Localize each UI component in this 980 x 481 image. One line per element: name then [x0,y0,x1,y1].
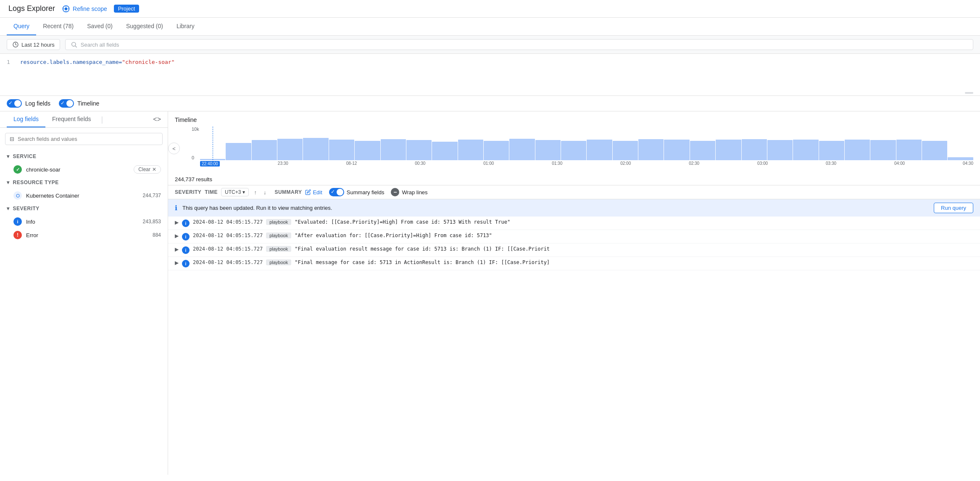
tab-recent[interactable]: Recent (78) [36,18,80,35]
search-fields-box[interactable]: ⊟ [5,133,163,145]
log-fields-toggle[interactable]: ✓ Log fields [7,99,50,108]
tab-query[interactable]: Query [7,18,36,35]
bar-22 [767,140,793,160]
chart-y-min-label: 0 [192,155,194,160]
query-editor[interactable]: 1 resource.labels.namespace_name="chroni… [0,54,980,96]
summary-fields-toggle[interactable]: ✓ Summary fields [329,188,385,196]
bar-11 [484,141,509,160]
field-count-info: 243,853 [143,219,161,225]
error-icon: ! [13,231,22,239]
chart-y-max-label: 10k [192,127,199,132]
filter-icon: ⊟ [10,136,14,142]
timeline-toggle[interactable]: ✓ Timeline [59,99,99,108]
wrap-lines-toggle[interactable]: − Wrap lines [391,188,427,196]
log-row: ▶ i 2024-08-12 04:05:15.727 playbook "Fi… [168,257,980,270]
field-name-chronicle-soar: chronicle-soar [26,166,130,173]
timeline-switch[interactable]: ✓ [59,99,74,108]
utc-selector[interactable]: UTC+3 ▾ [221,188,249,196]
edit-button[interactable]: Edit [305,189,322,196]
bar-19 [690,141,715,160]
severity-header: SEVERITY [175,189,201,195]
clock-icon [12,41,19,48]
search-fields-input[interactable] [18,136,158,142]
chart-bars [200,132,973,160]
search-icon [71,41,77,48]
chart-back-button[interactable]: < [168,143,180,154]
expand-collapse-icon[interactable]: <> [153,116,161,123]
utc-label: UTC+3 [225,189,241,195]
section-resource-type[interactable]: ▾ RESOURCE TYPE [0,176,168,189]
field-item-info[interactable]: i Info 243,853 [0,215,168,228]
x-label-4: 01:00 [483,161,494,166]
section-resource-type-label: RESOURCE TYPE [13,180,59,185]
x-label-6: 02:00 [620,161,631,166]
x-label-5: 01:30 [552,161,562,166]
x-label-1: 23:30 [278,161,288,166]
timeline-chart: < 10k 0 [168,123,980,174]
timeline-label: Timeline [77,100,99,107]
x-label-3: 00:30 [415,161,425,166]
summary-fields-switch[interactable]: ✓ [329,188,344,196]
panel-tab-frequent-fields[interactable]: Frequent fields [45,111,98,127]
section-service[interactable]: ▾ SERVICE [0,150,168,163]
left-panel: Log fields Frequent fields | <> ⊟ ▾ SERV… [0,111,168,475]
summary-fields-label: Summary fields [347,189,385,196]
query-key: resource.labels.namespace_name= [20,59,122,65]
bar-24 [819,141,844,160]
chevron-down-icon: ▾ [7,153,10,159]
bar-14 [561,141,586,160]
bar-5 [329,140,354,160]
chevron-down-icon-utc: ▾ [242,189,245,195]
time-selector[interactable]: Last 12 hours [7,39,60,50]
log-label-1: playbook [266,233,291,238]
log-message-1: "After evaluation for: [[Case.Priority]=… [295,233,492,238]
expand-icon-0[interactable]: ▶ [175,219,179,225]
bar-7 [381,139,406,160]
hex-icon: ⬡ [13,191,22,200]
log-message-0: "Evaluated: [[Case.Priority]=High] From … [295,219,510,225]
bar-13 [535,140,561,160]
info-banner: ℹ This query has been updated. Run it to… [168,199,980,217]
main-tabs: Query Recent (78) Saved (0) Suggested (0… [0,18,980,36]
dashed-line [213,127,213,160]
sort-asc-icon[interactable]: ↑ [252,188,258,196]
run-query-button[interactable]: Run query [934,203,973,213]
bar-18 [664,140,689,160]
resize-handle[interactable] [965,92,973,94]
section-severity[interactable]: ▾ SEVERITY [0,202,168,215]
expand-icon-2[interactable]: ▶ [175,246,179,252]
log-row: ▶ i 2024-08-12 04:05:15.727 playbook "Af… [168,230,980,243]
clear-x-icon: ✕ [152,166,156,172]
severity-info-icon-0: i [182,219,190,227]
table-controls: SEVERITY TIME UTC+3 ▾ ↑ ↓ SUMMARY Edit ✓… [168,185,980,199]
log-row: ▶ i 2024-08-12 04:05:15.727 playbook "Ev… [168,217,980,230]
bar-23 [793,140,818,160]
project-badge[interactable]: Project [114,5,139,13]
panel-tab-log-fields[interactable]: Log fields [7,111,45,127]
tab-saved[interactable]: Saved (0) [80,18,119,35]
tab-suggested[interactable]: Suggested (0) [119,18,170,35]
bar-6 [355,141,380,160]
field-item-kubernetes[interactable]: ⬡ Kubernetes Container 244,737 [0,189,168,202]
search-all-fields-input[interactable]: Search all fields [65,39,973,50]
bar-3 [277,139,303,160]
info-icon: i [13,217,22,226]
bar-2 [252,140,277,160]
log-message-3: "Final message for case id: 5713 in Acti… [295,259,550,265]
log-fields-switch[interactable]: ✓ [7,99,22,108]
log-entries: ▶ i 2024-08-12 04:05:15.727 playbook "Ev… [168,217,980,475]
field-item-error[interactable]: ! Error 884 [0,228,168,242]
expand-icon-1[interactable]: ▶ [175,233,179,239]
bar-26 [870,140,896,160]
refine-scope-button[interactable]: Refine scope [62,5,107,13]
bar-21 [742,139,767,160]
bar-9 [432,142,457,160]
tab-library[interactable]: Library [170,18,201,35]
expand-icon-3[interactable]: ▶ [175,259,179,266]
clear-button[interactable]: Clear ✕ [134,165,161,174]
sort-desc-icon[interactable]: ↓ [262,188,268,196]
chevron-down-icon-3: ▾ [7,206,10,211]
panel-tab-divider: | [101,115,103,124]
field-item-chronicle-soar[interactable]: ✓ chronicle-soar Clear ✕ [0,163,168,176]
app-title: Logs Explorer [8,4,55,13]
